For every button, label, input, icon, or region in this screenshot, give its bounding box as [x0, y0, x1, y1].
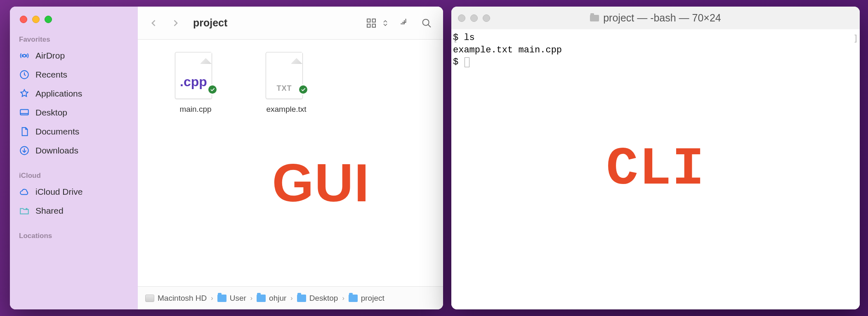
sidebar-item-label: AirDrop [35, 51, 65, 61]
folder-title: project [193, 17, 357, 29]
svg-rect-7 [367, 24, 370, 27]
terminal-title: project — -bash — 70×24 [603, 12, 721, 24]
sidebar-item-label: Documents [35, 127, 79, 137]
folder-icon [590, 15, 599, 21]
path-segment-ohjur[interactable]: ohjur [257, 294, 286, 303]
minimize-button[interactable] [470, 14, 478, 22]
terminal-window: project — -bash — 70×24 [ ] $ ls example… [451, 7, 860, 309]
sidebar-item-downloads[interactable]: Downloads [10, 141, 138, 160]
path-label: ohjur [269, 294, 286, 303]
path-segment-desktop[interactable]: Desktop [297, 294, 338, 303]
shared-folder-icon [19, 205, 30, 216]
grid-view-icon[interactable] [363, 15, 380, 31]
terminal-prompt-line: $ [453, 56, 858, 68]
search-button[interactable] [418, 15, 435, 31]
path-segment-project[interactable]: project [349, 294, 384, 303]
svg-point-0 [23, 54, 26, 57]
window-controls [10, 16, 138, 31]
path-bar: Macintosh HD › User › ohjur › Desktop › … [138, 286, 443, 309]
folder-icon [349, 295, 358, 302]
close-button[interactable] [20, 16, 27, 23]
sidebar-item-documents[interactable]: Documents [10, 122, 138, 141]
svg-point-9 [423, 19, 429, 25]
file-extension-label: TXT [266, 84, 302, 93]
sync-check-icon [298, 84, 309, 95]
view-switcher[interactable] [363, 15, 390, 31]
path-segment-users[interactable]: User [217, 294, 246, 303]
chevron-right-icon: › [290, 295, 293, 302]
svg-rect-6 [373, 19, 376, 22]
svg-rect-8 [373, 24, 376, 27]
file-item-example-txt[interactable]: TXT example.txt [257, 52, 315, 114]
terminal-line: example.txt main.cpp [453, 44, 858, 57]
sidebar-item-airdrop[interactable]: AirDrop [10, 46, 138, 65]
disk-icon [145, 295, 154, 302]
sidebar-item-label: Recents [35, 70, 67, 80]
finder-toolbar: project [138, 7, 443, 40]
sidebar-item-label: Downloads [35, 146, 78, 156]
finder-main: project .cpp [138, 7, 443, 309]
close-button[interactable] [458, 14, 465, 22]
chevron-up-down-icon[interactable] [380, 15, 390, 31]
finder-sidebar: Favorites AirDrop Recents Applications D… [10, 7, 138, 309]
file-icon: TXT [266, 52, 307, 101]
downloads-icon [19, 145, 30, 156]
finder-content[interactable]: .cpp main.cpp TXT example.txt GUI [138, 40, 443, 286]
sidebar-item-label: iCloud Drive [35, 187, 83, 197]
sidebar-section-icloud: iCloud [10, 167, 138, 182]
sidebar-item-recents[interactable]: Recents [10, 65, 138, 84]
sidebar-item-applications[interactable]: Applications [10, 84, 138, 103]
path-segment-macintosh-hd[interactable]: Macintosh HD [145, 294, 207, 303]
file-icon: .cpp [175, 52, 216, 101]
sync-check-icon [207, 84, 218, 95]
forward-button[interactable] [167, 15, 183, 31]
sidebar-section-locations: Locations [10, 228, 138, 243]
maximize-button[interactable] [45, 16, 52, 23]
sidebar-item-shared[interactable]: Shared [10, 201, 138, 220]
terminal-prompt: $ [453, 57, 464, 67]
svg-point-4 [26, 208, 28, 210]
folder-icon [257, 295, 266, 302]
clock-icon [19, 69, 30, 80]
path-label: Macintosh HD [158, 294, 207, 303]
airdrop-icon [19, 50, 30, 61]
window-controls [458, 14, 490, 22]
sidebar-section-favorites: Favorites [10, 31, 138, 46]
chevron-right-icon: › [250, 295, 253, 302]
sidebar-item-label: Shared [35, 206, 64, 216]
minimize-button[interactable] [32, 16, 40, 23]
chevron-right-icon: › [210, 295, 214, 302]
terminal-titlebar: project — -bash — 70×24 [451, 7, 860, 29]
file-item-main-cpp[interactable]: .cpp main.cpp [167, 52, 224, 114]
document-icon [19, 126, 30, 137]
folder-icon [297, 295, 306, 302]
sidebar-item-label: Desktop [35, 108, 67, 118]
terminal-line: $ ls [453, 32, 858, 44]
back-button[interactable] [146, 15, 162, 31]
finder-window: Favorites AirDrop Recents Applications D… [10, 7, 443, 309]
terminal-body[interactable]: [ ] $ ls example.txt main.cpp $ CLI [451, 29, 860, 309]
path-label: project [361, 294, 384, 303]
cli-overlay-label: CLI [606, 133, 705, 206]
desktop-icon [19, 107, 30, 118]
sidebar-item-icloud-drive[interactable]: iCloud Drive [10, 182, 138, 201]
file-name-label: main.cpp [179, 105, 211, 114]
sidebar-item-desktop[interactable]: Desktop [10, 103, 138, 122]
path-label: Desktop [309, 294, 338, 303]
svg-rect-5 [367, 19, 370, 22]
cloud-icon [19, 186, 30, 197]
path-label: User [230, 294, 246, 303]
more-button[interactable] [396, 15, 413, 31]
terminal-cursor [465, 57, 469, 67]
bracket-icon: ] [853, 32, 859, 45]
applications-icon [19, 88, 30, 99]
file-extension-label: .cpp [175, 74, 212, 90]
svg-rect-2 [20, 109, 28, 115]
maximize-button[interactable] [483, 14, 490, 22]
chevron-right-icon: › [341, 295, 345, 302]
gui-overlay-label: GUI [272, 152, 370, 214]
folder-icon [217, 295, 226, 302]
file-name-label: example.txt [266, 105, 306, 114]
sidebar-item-label: Applications [35, 89, 82, 99]
bracket-icon: [ [453, 32, 458, 45]
